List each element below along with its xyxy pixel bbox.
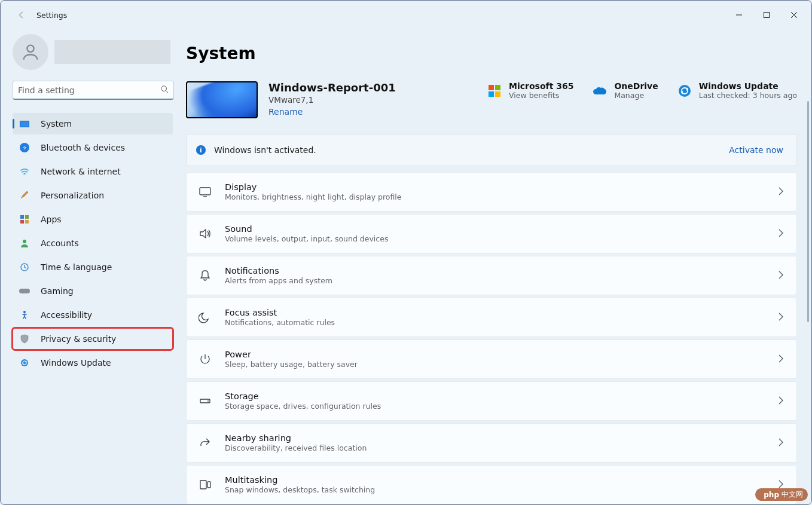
nav-label: System xyxy=(41,119,72,128)
info-icon: i xyxy=(196,145,206,155)
search-box[interactable] xyxy=(13,81,174,100)
quicklink-windows-update[interactable]: Windows Update Last checked: 3 hours ago xyxy=(677,81,797,100)
nav-item-time-language[interactable]: Time & language xyxy=(13,256,173,278)
search-input[interactable] xyxy=(18,85,160,95)
row-storage[interactable]: Storage Storage space, drives, configura… xyxy=(186,381,797,421)
onedrive-icon xyxy=(593,84,607,98)
row-title: Storage xyxy=(225,391,765,401)
close-icon xyxy=(791,12,797,18)
nav-label: Network & internet xyxy=(41,167,121,176)
device-model: VMware7,1 xyxy=(268,95,477,105)
row-multitasking[interactable]: Multitasking Snap windows, desktops, tas… xyxy=(186,465,797,504)
page-title: System xyxy=(186,44,797,63)
content-area: System Windows-Report-001 VMware7,1 Rena… xyxy=(180,29,811,504)
row-title: Focus assist xyxy=(225,308,765,317)
close-button[interactable] xyxy=(780,5,808,25)
power-icon xyxy=(199,353,212,366)
nav-item-network[interactable]: Network & internet xyxy=(13,161,173,182)
sidebar: System ⟡ Bluetooth & devices Network & i… xyxy=(1,29,180,504)
settings-list: Display Monitors, brightness, night ligh… xyxy=(186,172,797,504)
svg-rect-17 xyxy=(200,188,210,195)
minimize-icon xyxy=(736,12,742,18)
nav-list: System ⟡ Bluetooth & devices Network & i… xyxy=(13,113,180,374)
activation-alert: i Windows isn't activated. Activate now xyxy=(186,134,797,166)
apps-icon xyxy=(19,214,30,225)
nav-item-apps[interactable]: Apps xyxy=(13,209,173,230)
arrow-left-icon xyxy=(17,11,26,19)
row-power[interactable]: Power Sleep, battery usage, battery save… xyxy=(186,339,797,379)
nav-label: Personalization xyxy=(41,191,104,200)
display-icon xyxy=(199,185,212,198)
row-sub: Storage space, drives, configuration rul… xyxy=(225,402,765,411)
chevron-right-icon xyxy=(779,270,783,281)
microsoft365-icon xyxy=(487,84,502,98)
quick-links: Microsoft 365 View benefits OneDrive Man… xyxy=(487,81,797,100)
clock-globe-icon xyxy=(19,262,30,273)
nav-item-system[interactable]: System xyxy=(13,113,173,134)
nav-item-accessibility[interactable]: Accessibility xyxy=(13,304,173,326)
chevron-right-icon xyxy=(779,228,783,240)
row-title: Notifications xyxy=(225,266,765,276)
gamepad-icon xyxy=(19,286,30,296)
row-display[interactable]: Display Monitors, brightness, night ligh… xyxy=(186,172,797,212)
row-title: Multitasking xyxy=(225,475,765,485)
row-title: Power xyxy=(225,350,765,359)
nav-label: Bluetooth & devices xyxy=(41,143,125,152)
svg-rect-5 xyxy=(20,220,24,224)
user-account-block[interactable] xyxy=(13,34,180,70)
nav-item-personalization[interactable]: Personalization xyxy=(13,185,173,206)
minimize-button[interactable] xyxy=(725,5,753,25)
back-button[interactable] xyxy=(13,6,30,24)
activate-now-link[interactable]: Activate now xyxy=(729,145,783,155)
quicklink-title: Windows Update xyxy=(699,81,797,91)
quicklink-title: OneDrive xyxy=(614,81,658,91)
row-sub: Alerts from apps and system xyxy=(225,276,765,285)
chevron-right-icon xyxy=(779,396,783,407)
quicklink-sub: View benefits xyxy=(509,91,573,100)
nav-item-accounts[interactable]: Accounts xyxy=(13,232,173,254)
row-notifications[interactable]: Notifications Alerts from apps and syste… xyxy=(186,256,797,295)
avatar xyxy=(13,34,48,70)
accessibility-icon xyxy=(19,310,30,320)
watermark-text: 中文网 xyxy=(782,489,803,500)
nav-item-windows-update[interactable]: Windows Update xyxy=(13,352,173,374)
row-sub: Sleep, battery usage, battery saver xyxy=(225,360,765,369)
row-title: Display xyxy=(225,182,765,192)
row-sub: Snap windows, desktops, task switching xyxy=(225,485,765,494)
person-icon xyxy=(20,42,41,62)
nav-label: Accounts xyxy=(41,238,79,248)
watermark: php中文网 xyxy=(755,488,808,501)
svg-rect-15 xyxy=(495,91,500,97)
shield-icon xyxy=(19,333,30,344)
paintbrush-icon xyxy=(19,190,30,201)
svg-rect-6 xyxy=(25,220,29,224)
app-title: Settings xyxy=(36,11,67,20)
scrollbar[interactable] xyxy=(807,101,809,322)
quicklink-microsoft365[interactable]: Microsoft 365 View benefits xyxy=(487,81,573,100)
nav-label: Gaming xyxy=(41,286,74,296)
row-sound[interactable]: Sound Volume levels, output, input, soun… xyxy=(186,214,797,253)
svg-point-11 xyxy=(21,359,28,366)
svg-point-16 xyxy=(679,85,691,97)
maximize-icon xyxy=(764,12,770,18)
quicklink-onedrive[interactable]: OneDrive Manage xyxy=(593,81,658,100)
nav-item-bluetooth[interactable]: ⟡ Bluetooth & devices xyxy=(13,137,173,158)
share-icon xyxy=(199,436,212,449)
nav-item-gaming[interactable]: Gaming xyxy=(13,280,173,302)
windows-update-icon xyxy=(677,84,692,98)
svg-point-7 xyxy=(23,240,26,243)
svg-point-10 xyxy=(23,311,26,313)
bell-icon xyxy=(199,269,212,282)
rename-link[interactable]: Rename xyxy=(268,107,303,117)
maximize-button[interactable] xyxy=(753,5,780,25)
window-controls xyxy=(725,5,808,25)
chevron-right-icon xyxy=(779,186,783,198)
svg-rect-9 xyxy=(19,289,30,293)
device-wallpaper-thumb[interactable] xyxy=(186,81,258,118)
nav-item-privacy-security[interactable]: Privacy & security xyxy=(13,328,173,350)
row-nearby-sharing[interactable]: Nearby sharing Discoverability, received… xyxy=(186,423,797,463)
storage-icon xyxy=(199,394,212,408)
row-focus-assist[interactable]: Focus assist Notifications, automatic ru… xyxy=(186,298,797,337)
svg-rect-0 xyxy=(764,13,770,18)
chevron-right-icon xyxy=(779,312,783,323)
